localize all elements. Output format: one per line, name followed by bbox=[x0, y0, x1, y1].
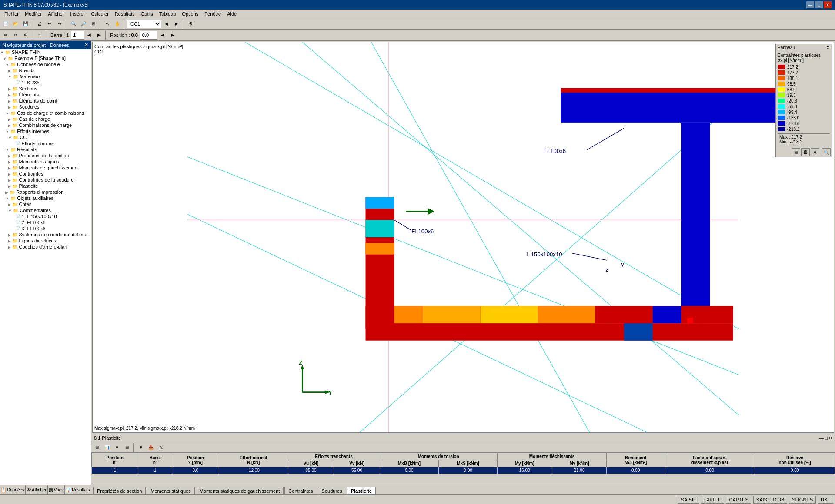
col-J[interactable]: BimomentMω [kNm²] bbox=[607, 453, 665, 467]
tab-moments-gauch[interactable]: Moments statiques de gauchissement bbox=[196, 487, 284, 494]
col-A[interactable]: Positionn° bbox=[92, 453, 138, 467]
bt-filter-btn[interactable]: ▼ bbox=[136, 443, 146, 452]
menu-resultats[interactable]: Résultats bbox=[112, 11, 137, 17]
col-F[interactable]: Moments de torsion bbox=[380, 453, 497, 460]
col-F2[interactable]: MxB [kNm] bbox=[380, 460, 439, 467]
minimize-btn[interactable]: — bbox=[806, 1, 814, 8]
zoom-in-btn[interactable]: 🔍 bbox=[69, 19, 78, 29]
tab-soudures[interactable]: Soudures bbox=[318, 487, 346, 494]
pos-next[interactable]: ▶ bbox=[168, 30, 177, 40]
tree-item-elements[interactable]: ▶ 📁 Éléments bbox=[0, 92, 91, 98]
tree-item-combinaisons[interactable]: ▶ 📁 Combinaisons de charge bbox=[0, 122, 91, 128]
menu-inserer[interactable]: Insérer bbox=[67, 11, 87, 17]
close-btn[interactable]: ✕ bbox=[824, 1, 832, 8]
save-btn[interactable]: 💾 bbox=[21, 19, 30, 29]
menu-outils[interactable]: Outils bbox=[138, 11, 156, 17]
navigator-close[interactable]: ✕ bbox=[84, 42, 88, 48]
tree-item-plasticite[interactable]: ▶ 📁 Plasticité bbox=[0, 183, 91, 189]
bottom-maximize-btn[interactable]: □ bbox=[825, 435, 828, 441]
tree-item-efforts-int[interactable]: ▶ 📄 Efforts internes bbox=[0, 140, 91, 146]
tree-item-moments-stat[interactable]: ▶ 📁 Moments statiques bbox=[0, 159, 91, 165]
col-I[interactable]: Mv [kNm] bbox=[552, 460, 607, 467]
col-B[interactable]: Barren° bbox=[138, 453, 172, 467]
t2-btn2[interactable]: ✂ bbox=[11, 30, 20, 40]
tree-item-efforts-internes[interactable]: ▼ 📁 Efforts internes bbox=[0, 128, 91, 134]
tree-item-comm3[interactable]: ▶ 📄 3: FI 100x6 bbox=[0, 225, 91, 232]
tree-item-systemes-coord[interactable]: ▶ 📁 Systèmes de coordonné définis par l bbox=[0, 232, 91, 238]
cc-combo[interactable]: CC1 bbox=[127, 20, 161, 28]
nav-tab-afficher[interactable]: 👁 Afficher bbox=[26, 485, 48, 494]
col-K[interactable]: Facteur d'agran-dissement α,plast bbox=[665, 453, 755, 467]
tree-item-lignes-dir[interactable]: ▶ 📁 Lignes directrices bbox=[0, 238, 91, 244]
status-item-slignes[interactable]: SLIGNES bbox=[789, 496, 816, 504]
prev-cc-btn[interactable]: ◀ bbox=[162, 19, 171, 29]
col-L[interactable]: Réservenon utilisée [%] bbox=[755, 453, 835, 467]
tree-item-donnees-modele[interactable]: ▼ 📁 Données de modèle bbox=[0, 61, 91, 67]
pos-prev[interactable]: ◀ bbox=[158, 30, 167, 40]
zoom-fit-btn[interactable]: ⊞ bbox=[89, 19, 98, 29]
status-item-grille[interactable]: GRILLE bbox=[701, 496, 724, 504]
tree-item-resultats[interactable]: ▼ 📁 Résultats bbox=[0, 146, 91, 153]
menu-options[interactable]: Options bbox=[179, 11, 201, 17]
bottom-minimize-btn[interactable]: — bbox=[819, 435, 824, 441]
tree-item-objets-aux[interactable]: ▼ 📁 Objets auxiliaires bbox=[0, 195, 91, 201]
t2-btn3[interactable]: ⊕ bbox=[21, 30, 30, 40]
col-H[interactable]: Moments fléchissants bbox=[497, 453, 607, 460]
zoom-out-btn[interactable]: 🔎 bbox=[79, 19, 88, 29]
barre-input[interactable] bbox=[71, 31, 84, 40]
maximize-btn[interactable]: □ bbox=[815, 1, 823, 8]
position-input[interactable] bbox=[140, 31, 157, 40]
menu-fenetre[interactable]: Fenêtre bbox=[202, 11, 224, 17]
menu-fichier[interactable]: Fichier bbox=[2, 11, 21, 17]
bt-btn1[interactable]: ⊞ bbox=[92, 443, 102, 452]
bt-btn4[interactable]: ⊟ bbox=[122, 443, 132, 452]
panneau-zoom-btn[interactable]: 🔍 bbox=[822, 148, 831, 156]
tree-item-soudures[interactable]: ▶ 📁 Soudures bbox=[0, 104, 91, 110]
tree-item-elements-point[interactable]: ▶ 📁 Éléments de point bbox=[0, 98, 91, 104]
tree-item-shape-thin[interactable]: ▼ 📁 SHAPE-THIN bbox=[0, 49, 91, 55]
nav-tab-resultats[interactable]: 📊 Résultats bbox=[65, 485, 91, 494]
tree-item-noeuds[interactable]: ▶ 📁 Nœuds bbox=[0, 67, 91, 73]
barre-prev[interactable]: ◀ bbox=[84, 30, 94, 40]
tree-item-comm2[interactable]: ▶ 📄 2: FI 100x6 bbox=[0, 219, 91, 225]
menu-aide[interactable]: Aide bbox=[224, 11, 239, 17]
tab-prop-section[interactable]: Propriétés de section bbox=[93, 487, 146, 494]
redo-btn[interactable]: ↪ bbox=[55, 19, 64, 29]
tab-contraintes[interactable]: Contraintes bbox=[284, 487, 317, 494]
new-btn[interactable]: 📄 bbox=[1, 19, 10, 29]
next-cc-btn[interactable]: ▶ bbox=[172, 19, 181, 29]
col-H2[interactable]: My [kNm] bbox=[497, 460, 552, 467]
tree-item-prop-section[interactable]: ▶ 📁 Propriétés de la section bbox=[0, 153, 91, 159]
tree-item-mat1[interactable]: ▶ 📄 1: S 235 bbox=[0, 80, 91, 86]
menu-calculer[interactable]: Calculer bbox=[88, 11, 111, 17]
col-E3[interactable]: Vv [kN] bbox=[334, 460, 380, 467]
tree-item-cotes[interactable]: ▶ 📁 Cotes bbox=[0, 201, 91, 207]
status-item-dxf[interactable]: DXF bbox=[818, 496, 833, 504]
tree-item-contraintes-soudure[interactable]: ▶ 📁 Contraintes de la soudure bbox=[0, 177, 91, 183]
t2-btn1[interactable]: ✏ bbox=[1, 30, 10, 40]
col-E2[interactable]: Vu [kN] bbox=[288, 460, 334, 467]
status-item-saisie[interactable]: SAISIE bbox=[678, 496, 699, 504]
col-C[interactable]: Positionx [mm] bbox=[172, 453, 219, 467]
t2-btn4[interactable]: ≡ bbox=[35, 30, 44, 40]
print-btn[interactable]: 🖨 bbox=[35, 19, 44, 29]
tree-item-cas-charge[interactable]: ▶ 📁 Cas de charge bbox=[0, 116, 91, 122]
tree-item-rapports[interactable]: ▶ 📁 Rapports d'impression bbox=[0, 189, 91, 195]
panneau-image-btn[interactable]: 🖼 bbox=[801, 148, 810, 156]
tree-item-cas-charge-combo[interactable]: ▼ 📁 Cas de charge et combinaisons bbox=[0, 110, 91, 116]
panneau-text-btn[interactable]: A bbox=[811, 148, 819, 156]
calc-btn[interactable]: ⚙ bbox=[186, 19, 195, 29]
bt-btn3[interactable]: ≡ bbox=[112, 443, 122, 452]
menu-modifier[interactable]: Modifier bbox=[22, 11, 44, 17]
tab-plasticite[interactable]: Plasticité bbox=[347, 487, 376, 494]
col-G[interactable]: MxS [kNm] bbox=[439, 460, 498, 467]
select-btn[interactable]: ↖ bbox=[103, 19, 112, 29]
bottom-close-btn[interactable]: ✕ bbox=[828, 435, 832, 441]
nav-tab-donnees[interactable]: 📋 Données bbox=[0, 485, 26, 494]
tree-item-contraintes[interactable]: ▶ 📁 Contraintes bbox=[0, 171, 91, 177]
tree-item-exemple5[interactable]: ▼ 📁 Exemple-5 [Shape Thin] bbox=[0, 55, 91, 61]
tree-item-comm1[interactable]: ▶ 📄 1: L 150x100x10 bbox=[0, 213, 91, 219]
col-D[interactable]: Effort normalN [kN] bbox=[219, 453, 288, 467]
tree-item-couches[interactable]: ▶ 📁 Couches d'arrière-plan bbox=[0, 244, 91, 250]
table-row[interactable]: 110.0-12.0085.0055.000.000.0016.0021.000… bbox=[92, 467, 835, 474]
